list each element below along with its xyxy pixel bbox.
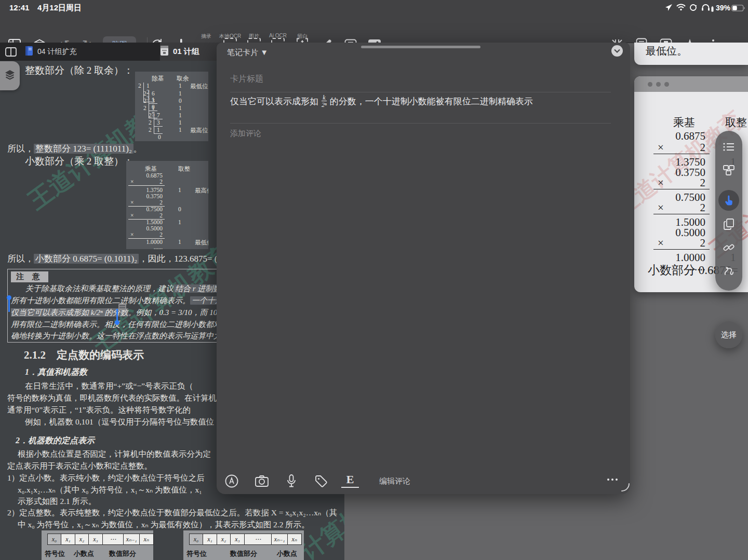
outline-list-icon[interactable] [715, 138, 742, 156]
notebook-doc-icon [25, 46, 33, 58]
so-fraction-line: 所以，小数部分 0.6875= (0.1011)₂，因此，123.6875= (… [7, 253, 230, 265]
integer-heading: 整数部分（除 2 取余）： [25, 64, 133, 77]
link-icon[interactable] [715, 239, 742, 256]
multiply-table: 乘基 取整 0.6875 × 2 1.3750 1 最高位 0.3750 × 2… [126, 161, 208, 249]
selection-bar-start[interactable] [8, 299, 10, 312]
battery-icon [731, 4, 745, 13]
microphone-icon[interactable] [283, 472, 300, 490]
selection-handle-end[interactable] [115, 320, 119, 325]
card-content-text[interactable]: 仅当它可以表示成形如 k2ⁿ 的分数，一个十进制小数能被有限位二进制精确表示 [230, 94, 533, 108]
resize-corner [621, 483, 630, 494]
fraction-heading: 小数部分（乘 2 取整）： [25, 155, 133, 168]
drag-handle[interactable] [361, 46, 480, 48]
scribble-lasso-icon[interactable] [715, 262, 742, 280]
subsection-2: 2．机器数的定点表示 [16, 435, 95, 446]
figure-2-1: x₀ x₁ x₂ x₃ ⋯ xₙ₋₁ xₙ 符号位 小数点 数值部分 [42, 530, 153, 560]
paragraph-line: 中 x₀ 为符号位，x₁～xₙ 为数值位，xₙ 为最低有效位），其表示形式如图 … [18, 520, 310, 530]
division-table: 除基 取余 2 1 2 3 1 最低位 2 6 1 1 2 3 0 0 2 1 … [135, 72, 208, 141]
paragraph-line: 示形式如图 2.1 所示。 [18, 496, 96, 507]
paragraph-line: 在日常生活中，数通常用“+”或“−”号表示正负（ [25, 381, 193, 392]
popup-title[interactable]: 笔记卡片 ▼ [227, 48, 268, 58]
paragraph-line: 定点表示用于表示定点小数和定点整数。 [7, 461, 152, 472]
selected-text: 仅当它可以表示成形如 k/2ⁿ 的分数 [11, 308, 128, 317]
divider [230, 92, 611, 92]
paragraph-line: 1）定点小数。表示纯小数，约定小数点位于符号位之后 [7, 473, 205, 484]
layers-tab[interactable] [0, 61, 20, 90]
status-bar: 12:41 4月12日周日 39% [0, 0, 748, 16]
paragraph-line: 2）定点整数。表示纯整数，约定小数点位于数值部分最低位之后。若数据 X = x₀… [7, 508, 337, 518]
layers-icon [4, 69, 16, 83]
tab-document-label: 04 计组扩充 [37, 47, 76, 57]
copy-icon[interactable] [715, 215, 742, 233]
headphones-icon [701, 4, 710, 13]
excerpt-note-icon[interactable] [118, 304, 126, 310]
split-view-icon[interactable] [4, 45, 18, 59]
paragraph-line: 通常用“0”表示正，“1”表示负。这种将符号数字化的 [7, 405, 191, 416]
hand-select-tool-active[interactable] [718, 190, 739, 211]
section-heading: 2.1.2 定点数的编码表示 [24, 348, 144, 362]
popup-toolbar: E 编辑评论 [217, 472, 630, 494]
card-layout-icon[interactable] [715, 161, 742, 179]
editor-icon[interactable]: E [341, 472, 359, 488]
notebook-card-icon [160, 45, 169, 58]
tag-icon[interactable] [312, 472, 330, 490]
figure-2-2: x₀ x₁ x₂ x₃ ⋯ xₙ₋₁ xₙ 符号位 数值部分 小数点 [183, 530, 304, 560]
popup-more-icon[interactable] [607, 479, 618, 481]
clock: 12:41 [9, 3, 29, 12]
battery-percent: 39% [716, 4, 730, 12]
division-header-base: 除基 [152, 74, 164, 83]
division-header-rem: 取余 [177, 74, 189, 83]
screen: 12:41 4月12日周日 39% ↺ ↻ 脑图 摘录 [0, 0, 748, 560]
note-card-top-text: 最低位。 [646, 44, 687, 58]
selection-bar-end[interactable] [116, 309, 118, 321]
edit-comment-button[interactable]: 编辑评论 [379, 476, 410, 486]
tab-document[interactable]: 04 计组扩充 [0, 43, 160, 61]
tab-notebook-label: 01 计组 [173, 47, 199, 57]
note-card-popup: 笔记卡片 ▼ 卡片标题 仅当它可以表示成形如 k2ⁿ 的分数，一个十进制小数能被… [217, 43, 630, 494]
paragraph-line: 根据小数点位置是否固定，计算机中的数值表示分为定 [18, 449, 211, 460]
subsection-1: 1．真值和机器数 [25, 367, 87, 378]
status-date: 4月12日周日 [37, 3, 82, 13]
select-button[interactable]: 选择 [715, 321, 742, 348]
floating-tool-palette [715, 131, 742, 291]
add-comment-input[interactable]: 添加评论 [230, 129, 261, 139]
camera-icon[interactable] [253, 472, 271, 490]
paragraph-line: 符号的数称为真值，即机器数所代表的实际数值。在计算机 [7, 393, 217, 404]
paragraph-line: 例如，机器数 0,101（逗号仅用于分隔符号位与数值位 [25, 417, 214, 428]
notice-title: 注 意 [11, 271, 48, 282]
main-toolbar: ↺ ↻ 脑图 摘录 A 本地OCR 图片 Ai OCR 留白 [0, 16, 748, 43]
fraction: k2ⁿ [322, 94, 327, 108]
rotation-lock-icon [689, 4, 697, 13]
wifi-icon [676, 4, 686, 13]
draw-annotation-icon[interactable] [223, 472, 241, 490]
divider [230, 123, 611, 124]
so-integer-line: 所以，整数部分 123= (1111011)₂。 [7, 143, 142, 155]
chevron-down-icon[interactable] [611, 45, 623, 57]
location-icon [665, 4, 673, 13]
note-card-top[interactable]: 最低位。 [634, 43, 748, 65]
paragraph-line: x₀.x₁x₂…xₙ（其中 x₀ 为符号位，x₁～xₙ 为数值位，x₁ [18, 485, 202, 496]
note-card-header[interactable] [634, 76, 748, 92]
card-title-input[interactable]: 卡片标题 [230, 74, 263, 85]
headphones-battery-icon [711, 5, 714, 14]
